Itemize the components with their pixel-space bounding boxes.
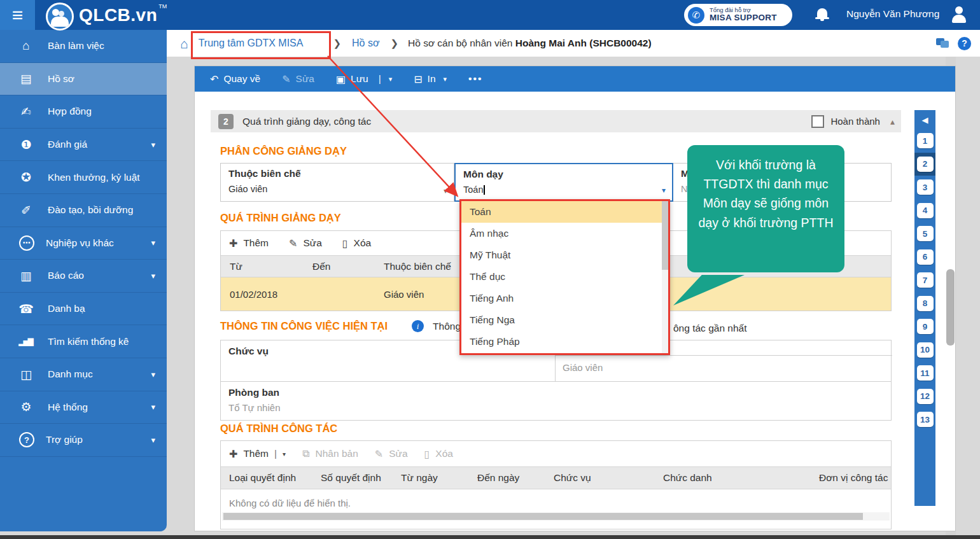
collapse-panel-icon[interactable]: ◀: [914, 110, 935, 129]
edit-row-button[interactable]: ✎ Sửa: [289, 237, 322, 249]
step-button-4[interactable]: 4: [917, 203, 934, 218]
statistics-icon: ▂▅▇: [15, 337, 36, 346]
step-button-8[interactable]: 8: [917, 296, 934, 311]
breadcrumb-separator-icon: ❯: [390, 38, 398, 49]
sidebar-item-danh-gia[interactable]: ❶ Đánh giá ▾: [0, 129, 167, 162]
breadcrumb-hoso-link[interactable]: Hồ sơ: [352, 38, 379, 49]
sidebar-item-tro-giup[interactable]: ? Trợ giúp ▾: [0, 424, 167, 457]
column-header[interactable]: Đến: [312, 261, 384, 272]
column-header[interactable]: Số quyết định: [321, 472, 401, 484]
step-button-12[interactable]: 12: [917, 389, 934, 404]
user-name[interactable]: Nguyễn Văn Phương: [846, 8, 939, 20]
back-button[interactable]: ↶ Quay về: [210, 73, 260, 85]
sidebar-item-ban-lam-viec[interactable]: ⌂ Bàn làm việc: [0, 30, 167, 63]
back-icon: ↶: [210, 73, 218, 85]
add-button[interactable]: ✚ Thêm | ▾: [229, 448, 286, 460]
sidebar-item-khen-thuong-ky-luat[interactable]: ✪ Khen thưởng, kỷ luật: [0, 161, 167, 194]
step-button-13[interactable]: 13: [917, 412, 934, 427]
column-header[interactable]: Từ ngày: [401, 472, 477, 484]
breadcrumb-home-icon[interactable]: ⌂: [180, 37, 188, 50]
complete-checkbox[interactable]: [811, 115, 824, 128]
dropdown-option[interactable]: Mỹ Thuật: [461, 244, 668, 266]
position-hint-cell: Giáo viên: [555, 355, 892, 381]
dropdown-option[interactable]: Thể dục: [461, 266, 668, 288]
sidebar-item-ho-so[interactable]: ▤ Hồ sơ: [0, 63, 167, 96]
mon-day-field[interactable]: Môn dạy Toán ▾: [454, 163, 673, 202]
step-button-3[interactable]: 3: [917, 179, 934, 195]
plus-icon: ✚: [229, 237, 237, 249]
current-job-title: THÔNG TIN CÔNG VIỆC HIỆN TẠI: [220, 320, 388, 332]
help-icon[interactable]: ?: [958, 37, 971, 50]
edit-row-button[interactable]: ✎ Sửa: [375, 448, 408, 460]
hamburger-menu-icon[interactable]: ≡: [0, 0, 35, 30]
dropdown-option[interactable]: Âm nhạc: [461, 223, 668, 244]
column-header[interactable]: Từ: [221, 261, 312, 272]
department-field[interactable]: Phòng ban Tổ Tự nhiên: [221, 381, 891, 421]
chevron-down-icon[interactable]: ▾: [662, 186, 666, 195]
column-header[interactable]: Đến ngày: [477, 472, 554, 484]
info-note-fragment-right: ông tác gần nhất: [673, 323, 747, 334]
step-button-6[interactable]: 6: [917, 249, 934, 265]
step-button-10[interactable]: 10: [917, 342, 934, 358]
print-button[interactable]: ⊟ In ▾: [414, 73, 447, 85]
chevron-down-icon: ▾: [151, 370, 155, 379]
dropdown-option[interactable]: Toán: [461, 201, 668, 223]
sidebar-item-tim-kiem-thong-ke[interactable]: ▂▅▇ Tìm kiếm thống kê: [0, 325, 167, 358]
sidebar-item-danh-muc[interactable]: ◫ Danh mục ▾: [0, 358, 167, 391]
step-button-9[interactable]: 9: [917, 319, 934, 334]
bien-che-field[interactable]: Thuộc biên chế Giáo viên ▾: [220, 163, 454, 202]
id-card-icon: ▤: [15, 71, 36, 86]
chevron-down-icon[interactable]: ▾: [444, 75, 447, 83]
delete-row-button[interactable]: ▯ Xóa: [424, 448, 453, 460]
column-header[interactable]: Chức danh: [663, 472, 819, 484]
dropdown-scrollbar[interactable]: [662, 201, 668, 353]
pencil-icon: ✎: [282, 73, 290, 85]
save-button[interactable]: ▣ Lưu | ▾: [336, 73, 392, 85]
qlcb-app-window: ≡ QLCB.vn TM ✆ Tổng đài hỗ trợ MISA SUPP…: [0, 0, 980, 539]
step-button-2[interactable]: 2: [917, 157, 934, 172]
sidebar-item-danh-ba[interactable]: ☎ Danh bạ: [0, 293, 167, 326]
step-button-7[interactable]: 7: [917, 272, 934, 288]
dropdown-option[interactable]: Tiếng Nga: [461, 309, 668, 331]
step-button-5[interactable]: 5: [917, 226, 934, 241]
user-avatar-icon[interactable]: [949, 5, 969, 24]
sidebar-item-bao-cao[interactable]: ▥ Báo cáo ▾: [0, 260, 167, 293]
edit-button[interactable]: ✎ Sửa: [282, 73, 314, 85]
horizontal-scrollbar[interactable]: [222, 512, 890, 521]
column-header[interactable]: Loại quyết định: [221, 472, 321, 484]
breadcrumb-current-page: Hồ sơ cán bộ nhân viên Hoàng Mai Anh (SH…: [408, 38, 652, 49]
chevron-down-icon: ▾: [151, 402, 155, 412]
collapse-up-icon[interactable]: ▴: [890, 116, 895, 127]
chevron-down-icon[interactable]: ▾: [389, 75, 393, 83]
sidebar-item-nghiep-vu-khac[interactable]: ⋯ Nghiệp vụ khác ▾: [0, 227, 167, 260]
delete-row-button[interactable]: ▯ Xóa: [342, 237, 371, 249]
column-header[interactable]: Đơn vị công tác: [819, 472, 888, 484]
step-button-1[interactable]: 1: [917, 133, 934, 148]
breadcrumb-school-link[interactable]: Trung tâm GDTX MISA: [199, 38, 304, 49]
column-header[interactable]: Thuộc biên chế: [384, 261, 451, 272]
notification-bell-icon[interactable]: [817, 8, 827, 18]
chevron-down-icon[interactable]: ▾: [444, 186, 447, 195]
column-header[interactable]: Chức vụ: [554, 472, 663, 484]
assignment-title: PHÂN CÔNG GIẢNG DẠY: [220, 145, 347, 157]
text-cursor: [484, 185, 485, 195]
more-actions-button[interactable]: •••: [468, 73, 482, 85]
contacts-icon: ☎: [15, 302, 36, 316]
section-number-badge: 2: [218, 114, 234, 129]
duplicate-button[interactable]: ⧉ Nhân bản: [302, 448, 358, 459]
sidebar-item-dao-tao-boi-duong[interactable]: ✐ Đào tạo, bồi dưỡng: [0, 194, 167, 227]
sidebar-item-hop-dong[interactable]: ✍ Hợp đồng: [0, 95, 167, 129]
scrollbar-thumb[interactable]: [223, 513, 863, 520]
sidebar-item-he-thong[interactable]: ⚙ Hệ thống ▾: [0, 391, 167, 424]
misa-support-badge[interactable]: ✆ Tổng đài hỗ trợ MISA SUPPORT: [684, 4, 792, 26]
feedback-chat-icon[interactable]: [936, 38, 949, 48]
page-scrollbar-thumb[interactable]: [946, 269, 955, 346]
mon-day-dropdown-list: Toán Âm nhạc Mỹ Thuật Thể dục Tiếng Anh …: [459, 199, 670, 355]
dropdown-option[interactable]: Tiếng Pháp: [461, 331, 668, 353]
scrollbar-thumb[interactable]: [662, 201, 668, 270]
chevron-down-icon[interactable]: ▾: [283, 451, 286, 458]
dropdown-option[interactable]: Tiếng Anh: [461, 288, 668, 309]
breadcrumb-separator-icon: ❯: [333, 38, 341, 49]
step-button-11[interactable]: 11: [917, 365, 934, 381]
add-button[interactable]: ✚ Thêm: [229, 237, 269, 249]
